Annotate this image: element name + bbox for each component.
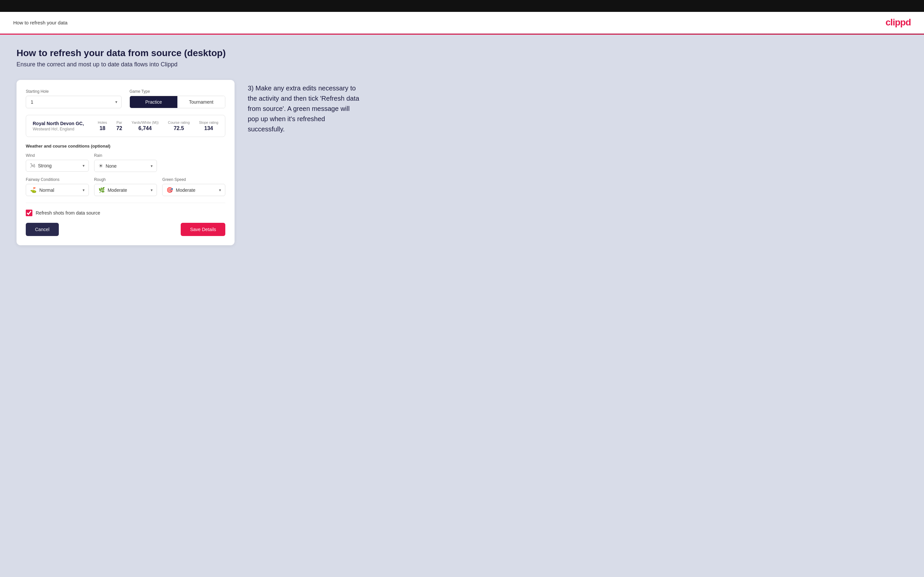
fairway-rough-green-row: Fairway Conditions ⛳ Normal ▾ Rough 🌿 Mo… (26, 177, 225, 196)
fairway-label: Fairway Conditions (26, 177, 89, 182)
refresh-checkbox[interactable] (26, 210, 32, 216)
yards-value: 6,744 (131, 126, 158, 131)
course-rating-value: 72.5 (168, 126, 190, 131)
wind-icon: 🌬 (30, 163, 36, 169)
wind-value: Strong (38, 163, 80, 168)
par-value: 72 (116, 126, 122, 131)
rough-value: Moderate (108, 187, 148, 193)
game-type-toggle: Practice Tournament (129, 96, 225, 108)
form-top-row: Starting Hole 1 10 ▾ Game Type Practice … (26, 89, 225, 108)
slope-rating-label: Slope rating (199, 121, 218, 124)
wind-chevron-icon: ▾ (82, 163, 84, 168)
game-type-group: Game Type Practice Tournament (129, 89, 225, 108)
page-title: How to refresh your data from source (de… (16, 48, 908, 58)
fairway-group: Fairway Conditions ⛳ Normal ▾ (26, 177, 89, 196)
starting-hole-label: Starting Hole (26, 89, 121, 94)
rough-chevron-icon: ▾ (151, 188, 153, 192)
tournament-button[interactable]: Tournament (178, 96, 225, 108)
rain-label: Rain (94, 153, 157, 158)
holes-label: Holes (98, 121, 107, 124)
rain-select[interactable]: ☀ None ▾ (94, 160, 157, 172)
conditions-section-title: Weather and course conditions (optional) (26, 143, 225, 148)
green-speed-value: Moderate (176, 187, 216, 193)
main-content: How to refresh your data from source (de… (0, 35, 924, 577)
yards-label: Yards/White (M)) (131, 121, 158, 124)
fairway-select[interactable]: ⛳ Normal ▾ (26, 184, 89, 196)
top-bar (0, 0, 924, 12)
content-wrapper: Starting Hole 1 10 ▾ Game Type Practice … (16, 80, 908, 245)
logo: clippd (886, 17, 911, 28)
rough-select[interactable]: 🌿 Moderate ▾ (94, 184, 157, 196)
slope-rating-value: 134 (199, 126, 218, 131)
side-note: 3) Make any extra edits necessary to the… (248, 80, 360, 134)
rain-icon: ☀ (99, 163, 103, 169)
fairway-value: Normal (39, 187, 80, 193)
yards-stat: Yards/White (M)) 6,744 (131, 121, 158, 131)
green-speed-group: Green Speed 🎯 Moderate ▾ (162, 177, 225, 196)
course-name: Royal North Devon GC, (33, 121, 90, 126)
wind-label: Wind (26, 153, 89, 158)
course-name-block: Royal North Devon GC, Westward Ho!, Engl… (33, 121, 90, 131)
course-rating-stat: Course rating 72.5 (168, 121, 190, 131)
par-stat: Par 72 (116, 121, 122, 131)
rain-group: Rain ☀ None ▾ (94, 153, 157, 172)
course-rating-label: Course rating (168, 121, 190, 124)
starting-hole-select-wrapper[interactable]: 1 10 ▾ (26, 96, 121, 108)
side-note-text: 3) Make any extra edits necessary to the… (248, 83, 360, 134)
form-divider (26, 203, 225, 203)
game-type-label: Game Type (129, 89, 225, 94)
wind-group: Wind 🌬 Strong ▾ (26, 153, 89, 172)
rain-value: None (106, 163, 148, 169)
fairway-chevron-icon: ▾ (82, 188, 84, 192)
wind-select[interactable]: 🌬 Strong ▾ (26, 160, 89, 172)
green-speed-select[interactable]: 🎯 Moderate ▾ (162, 184, 225, 196)
starting-hole-group: Starting Hole 1 10 ▾ (26, 89, 121, 108)
slope-rating-stat: Slope rating 134 (199, 121, 218, 131)
par-label: Par (116, 121, 122, 124)
practice-button[interactable]: Practice (130, 96, 178, 108)
save-details-button[interactable]: Save Details (181, 223, 225, 236)
rough-label: Rough (94, 177, 157, 182)
green-speed-icon: 🎯 (166, 187, 173, 193)
holes-stat: Holes 18 (98, 121, 107, 131)
holes-value: 18 (98, 126, 107, 131)
starting-hole-select[interactable]: 1 10 (26, 96, 121, 108)
course-stats: Holes 18 Par 72 Yards/White (M)) 6,744 C… (98, 121, 218, 131)
refresh-checkbox-row: Refresh shots from data source (26, 210, 225, 216)
green-speed-chevron-icon: ▾ (219, 188, 221, 192)
button-row: Cancel Save Details (26, 223, 225, 236)
header: How to refresh your data clippd (0, 12, 924, 34)
form-card: Starting Hole 1 10 ▾ Game Type Practice … (16, 80, 234, 245)
breadcrumb: How to refresh your data (13, 20, 68, 26)
rough-group: Rough 🌿 Moderate ▾ (94, 177, 157, 196)
fairway-icon: ⛳ (30, 187, 37, 193)
cancel-button[interactable]: Cancel (26, 223, 59, 236)
wind-rain-row: Wind 🌬 Strong ▾ Rain ☀ None ▾ (26, 153, 225, 172)
rain-chevron-icon: ▾ (151, 164, 153, 168)
page-subtitle: Ensure the correct and most up to date d… (16, 61, 908, 68)
rough-icon: 🌿 (99, 187, 105, 193)
green-speed-label: Green Speed (162, 177, 225, 182)
course-location: Westward Ho!, England (33, 127, 90, 131)
course-info-box: Royal North Devon GC, Westward Ho!, Engl… (26, 115, 225, 137)
refresh-checkbox-label: Refresh shots from data source (36, 210, 100, 216)
